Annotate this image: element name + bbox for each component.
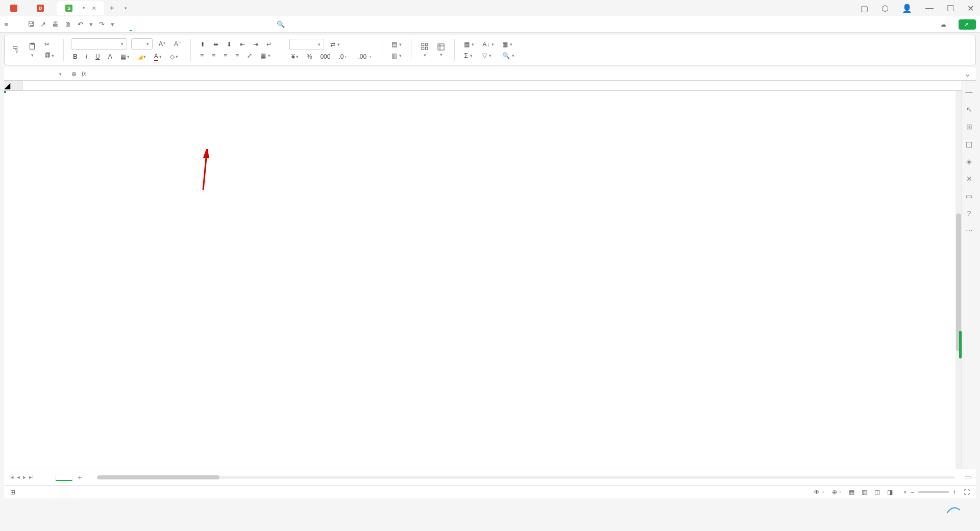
align-left-icon[interactable]: ≡ — [198, 51, 206, 60]
tab-smart-toolbox[interactable] — [262, 17, 264, 31]
print-preview-icon[interactable]: 🗎 — [65, 20, 71, 28]
format-painter-button[interactable] — [10, 44, 22, 56]
merge-cells-button[interactable]: ▦ ▾ — [258, 51, 273, 60]
currency-icon[interactable]: ¥▾ — [289, 52, 301, 61]
worksheet-button[interactable]: ▥ ▾ — [389, 51, 404, 60]
panel-icon[interactable]: ▢ — [859, 4, 870, 13]
convert-button[interactable]: ⇄ ▾ — [328, 40, 342, 49]
redo-icon[interactable]: ↷ — [99, 20, 105, 28]
cut-icon[interactable]: ✂ — [42, 40, 56, 49]
number-format-select[interactable]: ▾ — [289, 39, 324, 50]
percent-icon[interactable]: % — [305, 52, 314, 61]
align-center-icon[interactable]: ≡ — [210, 51, 217, 60]
tab-view[interactable] — [209, 17, 211, 31]
next-sheet-icon[interactable]: ▸ — [23, 474, 26, 480]
cloud-sync-icon[interactable]: ☁ — [940, 21, 946, 28]
italic-icon[interactable]: I — [84, 52, 89, 61]
align-right-icon[interactable]: ≡ — [222, 51, 229, 60]
formula-input[interactable] — [92, 70, 959, 78]
undo-dropdown[interactable]: ▾ — [89, 20, 93, 28]
tab-tools[interactable] — [223, 17, 225, 31]
tab-formula[interactable] — [169, 17, 172, 31]
font-size-select[interactable]: ▾ — [131, 38, 153, 50]
add-sheet-button[interactable]: + — [72, 473, 87, 481]
share-button[interactable]: ↗ — [959, 19, 976, 30]
chart-panel-icon[interactable]: ▭ — [966, 192, 972, 200]
hamburger-icon[interactable]: ≡ — [4, 20, 8, 29]
bold-icon[interactable]: B — [71, 52, 80, 61]
copy-icon[interactable]: 🗐▾ — [42, 51, 56, 60]
last-sheet-icon[interactable]: ▸I — [29, 474, 34, 480]
zoom-slider[interactable] — [918, 491, 949, 493]
tab-menu-dropdown[interactable]: ▾ — [119, 6, 132, 11]
search-icon[interactable]: 🔍 — [276, 17, 286, 31]
expand-formula-bar-icon[interactable]: ⌄ — [959, 69, 976, 79]
paste-button[interactable]: ▾ — [26, 41, 38, 59]
align-top-icon[interactable]: ⬆ — [198, 40, 207, 49]
filter-button[interactable]: ▽ ▾ — [480, 51, 496, 60]
close-tab-icon[interactable]: × — [92, 4, 96, 12]
tab-review[interactable] — [196, 17, 198, 31]
layout-icon-2[interactable]: ◈ — [966, 157, 972, 165]
horizontal-scrollbar[interactable] — [97, 474, 954, 480]
view-eye-icon[interactable]: 👁 ⁃ — [814, 489, 824, 496]
status-mode-icon[interactable]: ⊞ — [10, 489, 15, 496]
align-middle-icon[interactable]: ⬌ — [211, 40, 220, 49]
thousands-icon[interactable]: 000 — [318, 52, 332, 61]
orientation-icon[interactable]: ⤢ — [245, 51, 254, 60]
increase-font-icon[interactable]: A⁺ — [157, 39, 168, 49]
increase-decimal-icon[interactable]: .00→ — [356, 52, 375, 61]
tools-icon[interactable]: ✕ — [966, 175, 972, 183]
tab-page[interactable] — [156, 17, 158, 31]
fx-icon[interactable]: fx — [82, 70, 86, 78]
find-button[interactable]: 🔍 ▾ — [500, 51, 517, 60]
tab-efficiency[interactable] — [249, 17, 251, 31]
new-tab-button[interactable]: + — [104, 4, 119, 13]
rowcol-button[interactable]: ▤ ▾ — [389, 40, 404, 49]
close-window-button[interactable]: ✕ — [965, 4, 976, 13]
sheet-tab-sheet2[interactable] — [39, 474, 56, 480]
help-icon[interactable]: ? — [967, 209, 971, 218]
underline-icon[interactable]: U — [93, 52, 102, 61]
sort-button[interactable]: A↓ ▾ — [480, 40, 496, 49]
properties-icon[interactable]: ⊞ — [966, 123, 972, 131]
align-justify-icon[interactable]: ≡ — [233, 51, 241, 60]
table-style-button[interactable]: ▾ — [435, 42, 447, 58]
view-break-icon[interactable]: ◫ — [874, 489, 880, 496]
view-grid-icon[interactable]: ⊕ ⁃ — [832, 489, 842, 496]
indent-decrease-icon[interactable]: ⇤ — [238, 40, 247, 49]
font-color-icon[interactable]: A▾ — [152, 52, 164, 62]
strikethrough-icon[interactable]: A — [106, 52, 114, 61]
view-custom-icon[interactable]: ◨ — [887, 489, 893, 496]
grid-main[interactable]: ◢ — [4, 81, 962, 469]
zoom-in-icon[interactable]: + — [953, 489, 957, 496]
fill-color-icon[interactable]: ◢▾ — [136, 52, 148, 61]
fill-button[interactable]: ▦ ▾ — [462, 40, 476, 49]
user-avatar-icon[interactable]: 👤 — [900, 4, 914, 13]
tab-insert[interactable] — [143, 17, 145, 31]
font-family-select[interactable]: ▾ — [71, 38, 127, 50]
print-icon[interactable]: 🖶 — [52, 20, 59, 28]
conditional-format-button[interactable]: ▾ — [419, 41, 431, 59]
wrap-text-button[interactable]: ↵ — [264, 40, 275, 49]
border-icon[interactable]: ▦▾ — [118, 52, 132, 61]
minimize-button[interactable]: — — [923, 4, 936, 13]
cube-icon[interactable]: ⬡ — [879, 4, 891, 13]
view-page-icon[interactable]: ▥ — [862, 489, 867, 496]
vertical-scrollbar[interactable] — [955, 91, 962, 469]
indent-increase-icon[interactable]: ⇥ — [251, 40, 260, 49]
cancel-formula-icon[interactable]: ⊕ — [71, 70, 77, 78]
undo-icon[interactable]: ↶ — [78, 20, 83, 28]
layout-icon-1[interactable]: ◫ — [966, 140, 972, 148]
collapse-panel-icon[interactable]: — — [966, 88, 973, 96]
align-bottom-icon[interactable]: ⬇ — [225, 40, 234, 49]
zoom-out-icon[interactable]: − — [911, 489, 914, 496]
redo-dropdown[interactable]: ▾ — [111, 20, 114, 28]
maximize-button[interactable]: ☐ — [945, 4, 956, 13]
document-tab-templates[interactable]: D — [29, 1, 55, 15]
fullscreen-icon[interactable]: ⛶ — [964, 489, 970, 496]
first-sheet-icon[interactable]: I◂ — [9, 474, 14, 480]
freeze-button[interactable]: ▦ ▾ — [500, 40, 517, 49]
decrease-font-icon[interactable]: A⁻ — [172, 39, 183, 49]
prev-sheet-icon[interactable]: ◂ — [17, 474, 20, 480]
